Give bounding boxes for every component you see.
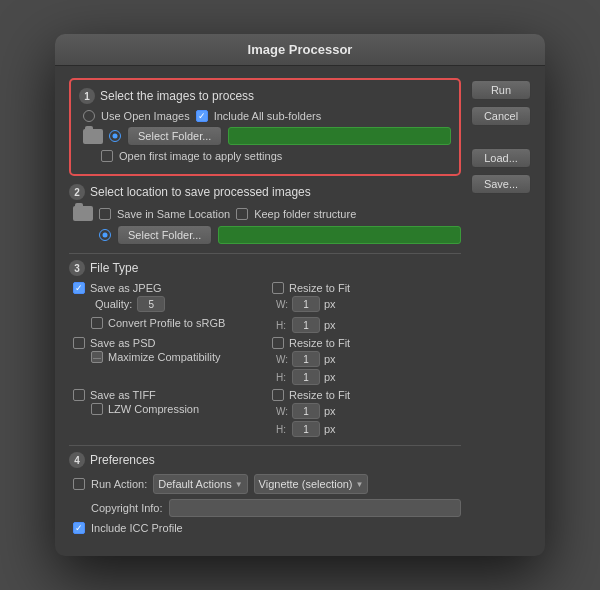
section1-title: Select the images to process [100, 89, 254, 103]
quality-label: Quality: [95, 298, 132, 310]
checkbox-include-icc[interactable] [73, 522, 85, 534]
jpeg-resize-row: Resize to Fit [272, 282, 461, 294]
jpeg-left: Save as JPEG [73, 282, 262, 294]
path-field-2[interactable] [218, 226, 461, 244]
checkbox-keep-folder[interactable] [236, 208, 248, 220]
section1-folder-row: Select Folder... [79, 126, 451, 146]
tiff-h-input[interactable]: 1 [292, 421, 320, 437]
jpeg-quality-col: Quality: 5 [73, 296, 262, 315]
copyright-label: Copyright Info: [91, 502, 163, 514]
psd-h-row-wrapper: H: 1 px [69, 369, 461, 385]
select-folder-btn-1[interactable]: Select Folder... [127, 126, 222, 146]
section2-options-row: Save in Same Location Keep folder struct… [69, 206, 461, 221]
section1-open-first-row: Open first image to apply settings [79, 150, 451, 162]
folder-icon-1 [83, 129, 103, 144]
maximize-label: Maximize Compatibility [108, 351, 220, 363]
psd-left: Save as PSD [73, 337, 262, 349]
tiff-w-label: W: [276, 406, 288, 417]
tiff-w-row: W: 1 px [272, 403, 461, 419]
title-text: Image Processor [248, 42, 353, 57]
section1-container: 1 Select the images to process Use Open … [69, 78, 461, 176]
psd-resize-label: Resize to Fit [289, 337, 350, 349]
tiff-h-px: px [324, 423, 336, 435]
psd-h-col: H: 1 px [272, 369, 461, 385]
checkbox-psd-resize[interactable] [272, 337, 284, 349]
psd-h-px: px [324, 371, 336, 383]
run-button[interactable]: Run [471, 80, 531, 100]
tiff-w-px: px [324, 405, 336, 417]
image-processor-dialog: Image Processor 1 Select the images to p… [55, 34, 545, 556]
save-button[interactable]: Save... [471, 174, 531, 194]
psd-w-label: W: [276, 354, 288, 365]
checkbox-tiff-resize[interactable] [272, 389, 284, 401]
psd-w-col: W: 1 px [272, 351, 461, 367]
checkbox-open-first[interactable] [101, 150, 113, 162]
psd-w-input[interactable]: 1 [292, 351, 320, 367]
action-vignette-select[interactable]: Vignette (selection) ▼ [254, 474, 369, 494]
run-action-row: Run Action: Default Actions ▼ Vignette (… [69, 474, 461, 494]
section3-header: 3 File Type [69, 260, 461, 276]
copyright-row: Copyright Info: [69, 499, 461, 517]
jpeg-h-label: H: [276, 320, 288, 331]
cancel-button[interactable]: Cancel [471, 106, 531, 126]
quality-input[interactable]: 5 [137, 296, 165, 312]
folder-icon-2 [73, 206, 93, 221]
tiff-w-col: W: 1 px [272, 403, 461, 419]
checkbox-include-subfolders[interactable] [196, 110, 208, 122]
radio-open-images[interactable] [83, 110, 95, 122]
open-images-label: Use Open Images [101, 110, 190, 122]
copyright-input[interactable] [169, 499, 461, 517]
jpeg-convert-row-wrapper: Convert Profile to sRGB H: 1 px [69, 317, 461, 333]
jpeg-w-row: W: 1 px [272, 296, 461, 312]
jpeg-detail-row: Quality: 5 W: 1 px [69, 296, 461, 315]
psd-h-input[interactable]: 1 [292, 369, 320, 385]
checkbox-jpeg-resize[interactable] [272, 282, 284, 294]
checkbox-lzw[interactable] [91, 403, 103, 415]
jpeg-h-px: px [324, 319, 336, 331]
run-action-label: Run Action: [91, 478, 147, 490]
jpeg-h-input[interactable]: 1 [292, 317, 320, 333]
include-icc-label: Include ICC Profile [91, 522, 183, 534]
radio-select-folder-2[interactable] [99, 229, 111, 241]
psd-h-spacer [73, 369, 262, 385]
action-vignette-value: Vignette (selection) [259, 478, 353, 490]
checkbox-convert-srgb[interactable] [91, 317, 103, 329]
section3-title: File Type [90, 261, 138, 275]
path-field-1[interactable] [228, 127, 451, 145]
checkbox-save-same[interactable] [99, 208, 111, 220]
section2-header: 2 Select location to save processed imag… [69, 184, 461, 200]
checkbox-save-psd[interactable] [73, 337, 85, 349]
checkbox-save-jpeg[interactable] [73, 282, 85, 294]
jpeg-w-input[interactable]: 1 [292, 296, 320, 312]
psd-right: Resize to Fit [272, 337, 461, 349]
load-button[interactable]: Load... [471, 148, 531, 168]
tiff-detail-row: LZW Compression W: 1 px [69, 403, 461, 419]
open-first-label: Open first image to apply settings [119, 150, 282, 162]
action-default-arrow: ▼ [235, 480, 243, 489]
lzw-row: LZW Compression [73, 403, 262, 415]
action-default-value: Default Actions [158, 478, 231, 490]
action-default-select[interactable]: Default Actions ▼ [153, 474, 247, 494]
convert-srgb-row: Convert Profile to sRGB [73, 317, 262, 329]
psd-maximize-col: Maximize Compatibility [73, 351, 262, 367]
quality-row: Quality: 5 [73, 296, 262, 312]
jpeg-resize-label: Resize to Fit [289, 282, 350, 294]
psd-h-row: H: 1 px [272, 369, 461, 385]
radio-select-folder[interactable] [109, 130, 121, 142]
right-panel: Run Cancel Load... Save... [471, 78, 531, 542]
jpeg-row: Save as JPEG [73, 282, 262, 294]
tiff-row: Save as TIFF [73, 389, 262, 401]
tiff-w-input[interactable]: 1 [292, 403, 320, 419]
jpeg-w-px: px [324, 298, 336, 310]
icc-row: Include ICC Profile [69, 522, 461, 534]
psd-detail-row: Maximize Compatibility W: 1 px [69, 351, 461, 367]
checkbox-run-action[interactable] [73, 478, 85, 490]
maximize-row: Maximize Compatibility [73, 351, 262, 363]
select-folder-btn-2[interactable]: Select Folder... [117, 225, 212, 245]
lzw-label: LZW Compression [108, 403, 199, 415]
keep-folder-label: Keep folder structure [254, 208, 356, 220]
tiff-left: Save as TIFF [73, 389, 262, 401]
checkbox-save-tiff[interactable] [73, 389, 85, 401]
convert-srgb-label: Convert Profile to sRGB [108, 317, 225, 329]
checkbox-maximize[interactable] [91, 351, 103, 363]
